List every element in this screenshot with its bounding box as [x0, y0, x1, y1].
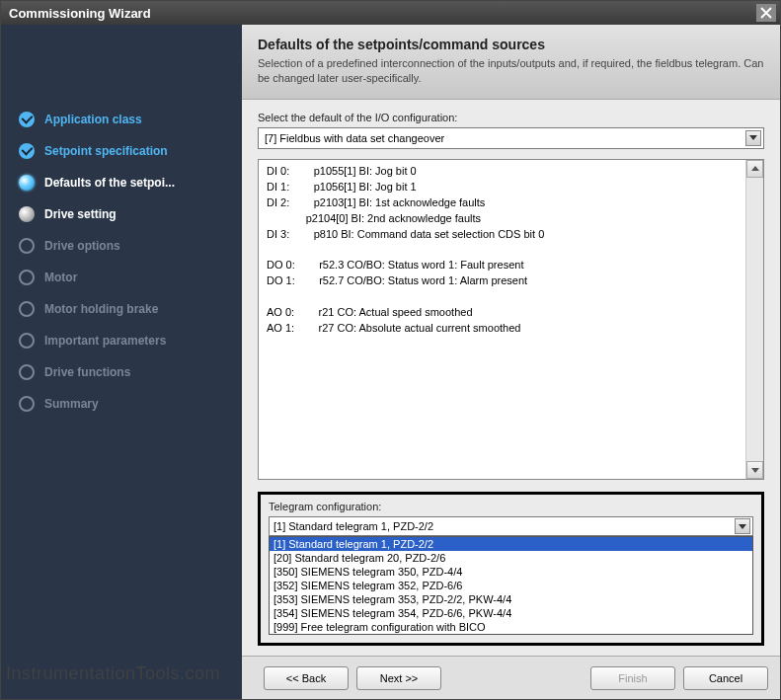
sidebar-item-label: Application class	[44, 113, 142, 126]
sidebar-item-setpoint-specification[interactable]: Setpoint specification	[19, 135, 232, 167]
telegram-dropdown-list: [1] Standard telegram 1, PZD-2/2 [20] St…	[269, 536, 753, 635]
io-mapping-box: DI 0: p1055[1] BI: Jog bit 0 DI 1: p1056…	[258, 159, 764, 480]
sidebar-item-label: Setpoint specification	[44, 144, 168, 158]
sidebar-item-label: Motor holding brake	[44, 302, 158, 316]
io-mapping-text: DI 0: p1055[1] BI: Jog bit 0 DI 1: p1056…	[259, 160, 745, 479]
telegram-label: Telegram configuration:	[269, 501, 753, 512]
check-icon	[19, 143, 35, 159]
wizard-sidebar: Application class Setpoint specification…	[1, 25, 242, 699]
telegram-option[interactable]: [353] SIEMENS telegram 353, PZD-2/2, PKW…	[270, 592, 752, 606]
io-config-selected: [7] Fieldbus with data set changeover	[265, 132, 745, 144]
telegram-selected: [1] Standard telegram 1, PZD-2/2	[273, 520, 735, 532]
sidebar-item-motor-holding-brake[interactable]: Motor holding brake	[19, 293, 232, 325]
sidebar-item-label: Summary	[44, 397, 99, 411]
telegram-config-panel: Telegram configuration: [1] Standard tel…	[258, 492, 764, 646]
sidebar-item-label: Motor	[44, 271, 77, 284]
sidebar-item-label: Drive options	[44, 239, 120, 253]
wizard-footer: << Back Next >> Finish Cancel	[242, 656, 780, 699]
close-icon	[760, 7, 772, 19]
chevron-down-icon	[735, 518, 750, 534]
sidebar-item-motor[interactable]: Motor	[19, 262, 232, 293]
pending-step-icon	[19, 206, 35, 222]
future-step-icon	[19, 270, 35, 285]
page-header: Defaults of the setpoints/command source…	[242, 25, 780, 100]
sidebar-item-drive-functions[interactable]: Drive functions	[19, 356, 232, 388]
future-step-icon	[19, 364, 35, 380]
sidebar-item-application-class[interactable]: Application class	[19, 104, 232, 135]
scroll-track[interactable]	[746, 178, 763, 461]
sidebar-item-label: Defaults of the setpoi...	[44, 176, 175, 190]
chevron-down-icon	[745, 130, 761, 146]
telegram-option[interactable]: [352] SIEMENS telegram 352, PZD-6/6	[270, 579, 752, 592]
future-step-icon	[19, 396, 35, 412]
sidebar-item-summary[interactable]: Summary	[19, 388, 232, 420]
body-panel: Select the default of the I/O configurat…	[242, 100, 780, 656]
page-description: Selection of a predefined interconnectio…	[258, 56, 764, 87]
telegram-option[interactable]: [1] Standard telegram 1, PZD-2/2	[270, 537, 752, 551]
telegram-dropdown[interactable]: [1] Standard telegram 1, PZD-2/2	[269, 516, 753, 536]
page-title: Defaults of the setpoints/command source…	[258, 37, 764, 52]
sidebar-item-drive-options[interactable]: Drive options	[19, 230, 232, 262]
io-config-label: Select the default of the I/O configurat…	[258, 112, 764, 123]
scrollbar-vertical[interactable]	[745, 160, 763, 479]
future-step-icon	[19, 301, 35, 317]
sidebar-item-label: Drive setting	[44, 207, 117, 221]
title-bar: Commissioning Wizard	[1, 1, 780, 25]
telegram-option[interactable]: [354] SIEMENS telegram 354, PZD-6/6, PKW…	[270, 606, 752, 620]
telegram-option[interactable]: [999] Free telegram configuration with B…	[270, 620, 752, 634]
next-button[interactable]: Next >>	[356, 666, 441, 690]
check-icon	[19, 112, 35, 127]
content-panel: Defaults of the setpoints/command source…	[242, 25, 780, 699]
back-button[interactable]: << Back	[264, 666, 349, 690]
telegram-option[interactable]: [20] Standard telegram 20, PZD-2/6	[270, 551, 752, 565]
future-step-icon	[19, 333, 35, 349]
main-area: Application class Setpoint specification…	[1, 25, 780, 699]
cancel-button[interactable]: Cancel	[683, 666, 768, 690]
active-step-icon	[19, 175, 35, 191]
future-step-icon	[19, 238, 35, 254]
sidebar-item-label: Drive functions	[44, 365, 130, 379]
window-title: Commissioning Wizard	[9, 6, 756, 21]
finish-button: Finish	[590, 666, 675, 690]
wizard-window: Commissioning Wizard Application class S…	[0, 0, 781, 700]
scroll-down-icon[interactable]	[746, 461, 763, 479]
sidebar-item-drive-setting[interactable]: Drive setting	[19, 198, 232, 230]
io-config-dropdown[interactable]: [7] Fieldbus with data set changeover	[258, 127, 764, 149]
telegram-option[interactable]: [350] SIEMENS telegram 350, PZD-4/4	[270, 565, 752, 579]
sidebar-item-label: Important parameters	[44, 334, 166, 348]
close-button[interactable]	[756, 4, 776, 22]
scroll-up-icon[interactable]	[746, 160, 763, 178]
sidebar-item-important-parameters[interactable]: Important parameters	[19, 325, 232, 356]
sidebar-item-defaults-setpoints[interactable]: Defaults of the setpoi...	[19, 167, 232, 198]
